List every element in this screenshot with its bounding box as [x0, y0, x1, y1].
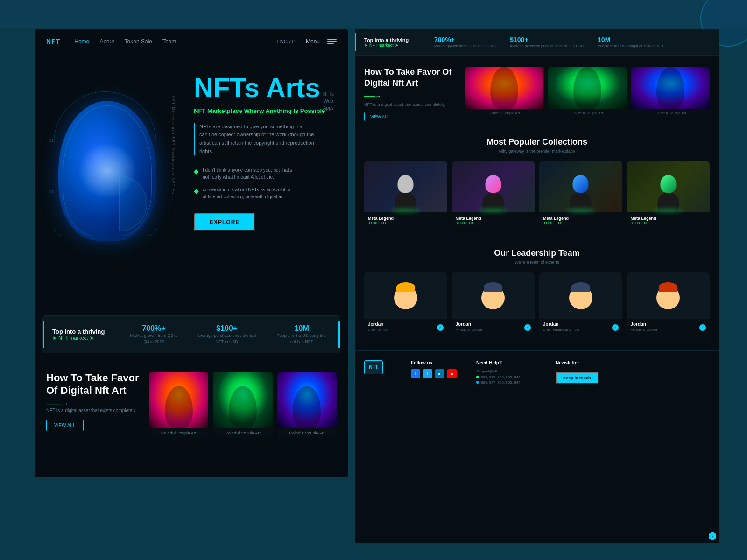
right-stats-items: 700%+ Market growth from Q2 to Q3 in 202…: [434, 36, 664, 49]
explore-button[interactable]: EXPLORE: [194, 213, 255, 231]
art-card-label-0: Colorful Couple Art: [149, 428, 208, 438]
art-card-img-2: [277, 372, 337, 428]
team-badge-1: ✓: [524, 324, 531, 331]
facebook-icon[interactable]: f: [411, 369, 420, 378]
team-avatar-3: [627, 272, 710, 319]
app-label-web: Web: [323, 98, 334, 104]
team-role-0: Chief Officer: [364, 328, 447, 332]
popular-card-0[interactable]: Meta Legend 3.000 ETH ✓: [364, 161, 447, 230]
how-view-all-button[interactable]: VIEW ALL: [364, 112, 395, 121]
how-card-label-1: Colorful Couple Art: [548, 109, 627, 118]
right-stat-val-1: $100+: [510, 36, 584, 43]
footer-newsletter: Newsletter Keep in touch: [556, 360, 710, 385]
diamond-icon-1: ◆: [194, 168, 199, 175]
art-card-label-2: Colorful Couple Art: [277, 428, 337, 438]
hero-title: NFTs Arts: [194, 73, 334, 103]
card-glow-2: [567, 209, 595, 212]
linkedin-icon[interactable]: in: [435, 369, 444, 378]
nav-language[interactable]: ENG / PL: [277, 39, 298, 44]
popular-card-price-0: 3.000 ETH: [364, 221, 447, 225]
popular-card-img-0: [364, 161, 447, 212]
popular-card-img-3: [627, 161, 710, 212]
right-stat-lbl-2: People in the US bought or sold an NFT: [598, 43, 664, 49]
team-avatar-2: [539, 272, 622, 319]
team-role-3: Financial Officer: [627, 328, 710, 332]
team-card-3: Jordan Financial Officer ✓: [627, 272, 710, 336]
quote-1: ◆ I don't think anyone can stop you, but…: [194, 167, 334, 181]
popular-card-img-2: [539, 161, 622, 212]
youtube-icon[interactable]: ▶: [447, 369, 457, 378]
popular-card-1[interactable]: Meta Legend 3.000 ETH ✓: [452, 161, 535, 230]
nav-link-team[interactable]: Team: [162, 38, 176, 45]
art-card-0: Colorful Couple Art: [149, 372, 208, 438]
popular-card-price-2: 3.000 ETH: [539, 221, 622, 225]
right-arrow-icon-2: ➤: [395, 43, 399, 48]
popular-card-name-3: Meta Legend: [627, 216, 710, 221]
art-card-label-1: Colorful Couple Art: [213, 428, 272, 438]
team-card-2: Jordan Chief Financial Officer ✓: [539, 272, 622, 336]
how-card-0: Colorful Couple Art: [465, 67, 543, 118]
art-section-desc: NFT is a digital asset that exists compl…: [46, 408, 140, 413]
popular-card-price-1: 3.000 ETH: [452, 221, 535, 225]
avatar-head-1: [481, 286, 505, 309]
stat-desc-0: Market growth from Q2 to Q3 in 2022: [127, 333, 181, 344]
right-stats-title: Top into a thriving: [364, 37, 425, 43]
phone-number-1: 889, 877, 866, 855, 844: [481, 380, 521, 385]
quote-text-1: I don't think anyone can stop you, but t…: [203, 167, 296, 181]
hero-section: 01 03 BRAND IDENTITY NFT Marketplace NFT…: [35, 54, 348, 306]
stat-desc-1: Average purchase price of most NFT in US…: [195, 333, 259, 344]
popular-card-2[interactable]: Meta Legend 3.000 ETH ✓: [539, 161, 622, 230]
footer-support: Need Help? Support@nft 699, 877, 866, 85…: [476, 360, 546, 385]
stats-items: 700%+ Market growth from Q2 to Q3 in 202…: [127, 324, 331, 344]
team-badge-0: ✓: [437, 324, 444, 331]
how-card-img-0: [465, 67, 543, 109]
green-arrow-icon: ➤: [52, 335, 56, 341]
hamburger-menu[interactable]: [327, 39, 337, 44]
twitter-icon[interactable]: t: [423, 369, 432, 378]
popular-card-name-2: Meta Legend: [539, 216, 622, 221]
stats-section: Top into a thriving ➤ NFT markect ➤ 700%…: [42, 315, 340, 353]
right-arrow-icon: ➤: [364, 43, 368, 48]
nav-link-home[interactable]: Home: [74, 38, 89, 45]
popular-card-3[interactable]: Meta Legend 3.000 ETH ✓: [627, 161, 710, 230]
nav-link-tokensale[interactable]: Token Sale: [125, 38, 152, 45]
team-name-0: Jordan: [364, 319, 447, 328]
popular-sub: Nifty gateway is the premier marketplace: [364, 149, 710, 154]
bust-figure-2: [568, 175, 593, 212]
footer-follow-title: Follow us: [411, 360, 467, 365]
footer-newsletter-title: Newsletter: [556, 360, 710, 365]
bust-head-2: [573, 175, 589, 193]
avatar-head-2: [569, 286, 592, 309]
how-card-label-2: Colorful Couple Art: [631, 109, 710, 118]
footer-follow: Follow us f t in ▶: [411, 360, 467, 385]
popular-card-img-1: [452, 161, 535, 212]
keep-in-touch-button[interactable]: Keep in touch: [556, 372, 599, 384]
team-avatar-0: [364, 272, 447, 319]
nav-menu-label[interactable]: Menu: [306, 38, 320, 45]
nav-link-about[interactable]: About: [99, 38, 114, 45]
right-panel: Top into a thriving ➤ NFT markect ➤ 700%…: [355, 29, 719, 543]
team-avatar-1: [452, 272, 535, 319]
quote-text-2: conversation is about NFTs as an evoluti…: [203, 186, 296, 200]
stat-item-1: $100+ Average purchase price of most NFT…: [195, 324, 259, 344]
view-all-button[interactable]: VIEW ALL: [46, 420, 84, 431]
phone-dot-green: [476, 376, 479, 378]
footer-phone-1: 889, 877, 866, 855, 844: [476, 380, 546, 385]
num-2: 03: [49, 189, 54, 194]
hero-visual: 01 03 BRAND IDENTITY NFT Marketplace NFT…: [49, 91, 170, 250]
app-label-nfts: NFTs: [323, 91, 334, 97]
nav-right: ENG / PL Menu: [277, 38, 337, 45]
team-cards: Jordan Chief Officer ✓ Jordan Financial …: [364, 272, 710, 336]
team-name-3: Jordan: [627, 319, 710, 328]
art-section-arrow: ——→: [46, 399, 69, 408]
bust-figure-3: [655, 175, 681, 212]
bust-figure-1: [480, 175, 506, 212]
popular-section: Most Populer Collections Nifty gateway i…: [355, 133, 719, 239]
how-card-img-2: [631, 67, 710, 109]
rotating-text: NFT Marketplace NFT Marketplace NFT Ma..…: [172, 96, 175, 201]
team-role-2: Chief Financial Officer: [539, 328, 622, 332]
how-title: How To Take Favor Of Digital Nft Art: [364, 67, 458, 89]
art-card-img-0: [149, 372, 208, 428]
footer-support-email: Support@nft: [476, 369, 546, 373]
how-card-1: Colorful Couple Art: [548, 67, 627, 118]
